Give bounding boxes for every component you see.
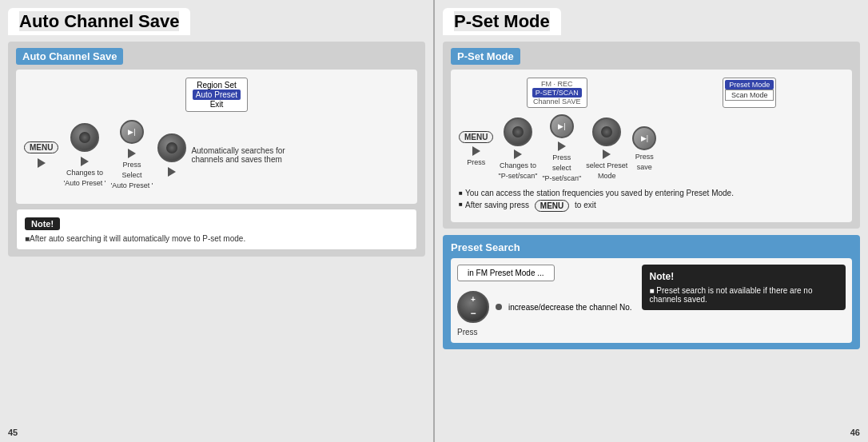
preset-search-section: Preset Search in FM Preset Mode ... incr…	[443, 235, 860, 349]
right-page-title-box: P-Set Mode	[443, 8, 860, 35]
play-btn1	[120, 120, 144, 144]
info-line1: You can access the station frequencies y…	[459, 189, 844, 197]
auto-channel-header: Auto Channel Save	[16, 48, 123, 65]
preset-note-text: ■ Preset search is not available if ther…	[650, 286, 838, 304]
pset-step3-sub: select	[552, 164, 571, 172]
dial2	[157, 133, 186, 162]
left-page-number: 45	[8, 428, 18, 437]
preset-left: in FM Preset Mode ... increase/decrease …	[457, 265, 632, 336]
left-title: Auto Channel Save	[19, 11, 179, 31]
pset-step5-label: Press	[635, 153, 654, 161]
press-label: Press	[457, 328, 478, 336]
lcd-row2: P-SET/SCAN	[532, 88, 582, 98]
pset-step1-label: Press	[467, 158, 485, 166]
pset-step2-l2: "P-set/scan"	[498, 172, 537, 180]
preset-search-title: Preset Search	[451, 241, 852, 253]
step3-label: Press	[122, 161, 141, 169]
pset-section: P-Set Mode FM · REC P-SET/SCAN Channel S…	[443, 42, 860, 229]
info2b-text: to exit	[575, 201, 596, 209]
pset-step4: select Preset Mode	[586, 117, 627, 180]
pset-step4-label: select Preset	[586, 161, 627, 169]
arrow4	[168, 167, 176, 177]
scan-mode-label: Scan Mode	[725, 90, 774, 101]
pset-dial2	[592, 117, 621, 146]
left-page-title-box: Auto Channel Save	[8, 8, 425, 35]
pset-step1: MENU Press	[459, 131, 493, 166]
lcd-row3: Channel SAVE	[532, 98, 582, 106]
dial1	[70, 123, 99, 152]
step5-text: Automatically searches for channels and …	[191, 146, 311, 164]
pset-step3: Press select "P-set/scan"	[542, 114, 581, 182]
increase-text: increase/decrease the channel No.	[508, 303, 632, 312]
pset-menu-btn: MENU	[459, 131, 493, 143]
pset-arrow4	[603, 149, 611, 159]
step2-label2: 'Auto Preset '	[63, 179, 106, 187]
pset-steps-row: MENU Press Changes to "P-set/scan" Press	[459, 114, 844, 182]
pset-step2-l1: Changes to	[500, 161, 536, 169]
arrow2	[81, 157, 89, 166]
note-box: Note! ■After auto searching it will auto…	[16, 209, 417, 250]
pset-step3-label: Press	[552, 153, 571, 161]
right-title: P-Set Mode	[454, 11, 550, 31]
mode-display: Preset Mode Scan Mode	[723, 78, 776, 108]
lcd-display: FM · REC P-SET/SCAN Channel SAVE	[527, 78, 587, 108]
step1: MENU	[24, 141, 58, 168]
preset-note: Note! ■ Preset search is not available i…	[642, 265, 846, 310]
step2-label1: Changes to	[66, 169, 103, 177]
step5: Automatically searches for channels and …	[191, 146, 311, 164]
pset-arrow1	[472, 146, 480, 156]
popup-item-3: Exit	[193, 100, 241, 109]
left-page: Auto Channel Save Auto Channel Save Regi…	[0, 0, 435, 442]
fm-preset-box: in FM Preset Mode ...	[457, 265, 555, 281]
note-text: ■After auto searching it will automatica…	[25, 234, 408, 243]
pset-step2: Changes to "P-set/scan"	[498, 117, 537, 180]
right-page-number: 46	[850, 428, 860, 437]
step4	[157, 133, 186, 177]
popup-menu: Region Set Auto Preset Exit	[185, 78, 248, 112]
dot-separator	[496, 304, 502, 310]
step3-sub2: 'Auto Preset '	[110, 181, 153, 189]
step3: Press Select 'Auto Preset '	[110, 120, 153, 189]
right-page: P-Set Mode P-Set Mode FM · REC P-SET/SCA…	[435, 0, 868, 442]
arrow3	[128, 149, 136, 158]
preset-note-title: Note!	[650, 271, 838, 282]
arrow1	[38, 158, 46, 168]
pset-play-btn1	[550, 114, 574, 138]
pset-dial1	[504, 117, 532, 146]
auto-channel-section: Auto Channel Save Region Set Auto Preset…	[8, 42, 425, 257]
menu-button: MENU	[24, 141, 58, 153]
pset-arrow3	[558, 141, 566, 151]
tuner-dial	[457, 291, 489, 323]
steps-row: MENU Changes to 'Auto Preset ' Press Sel…	[24, 120, 409, 189]
pset-step5-sub: save	[637, 163, 652, 171]
pset-step3-sub2: "P-set/scan"	[542, 174, 581, 182]
preset-search-inner: in FM Preset Mode ... increase/decrease …	[451, 258, 852, 343]
popup-item-2: Auto Preset	[193, 90, 241, 100]
info-line2: After saving press MENU to exit	[459, 200, 844, 212]
popup-item-1: Region Set	[193, 81, 241, 90]
step3-sub: Select	[121, 171, 141, 179]
pset-step4-sub: Mode	[598, 172, 616, 180]
note-title: Note!	[25, 217, 60, 230]
preset-mode-label: Preset Mode	[725, 80, 774, 90]
lcd-row1: FM · REC	[532, 80, 582, 88]
pset-header: P-Set Mode	[451, 48, 520, 65]
step2: Changes to 'Auto Preset '	[63, 123, 106, 187]
pset-play-btn2	[632, 126, 656, 150]
auto-channel-inner: Region Set Auto Preset Exit MENU Changes…	[16, 70, 417, 204]
pset-inner: FM · REC P-SET/SCAN Channel SAVE Preset …	[451, 70, 852, 222]
info-menu-btn: MENU	[535, 200, 569, 212]
pset-step5: Press save	[632, 126, 656, 171]
info2-text: After saving press	[465, 201, 529, 209]
pset-arrow2	[514, 149, 522, 159]
